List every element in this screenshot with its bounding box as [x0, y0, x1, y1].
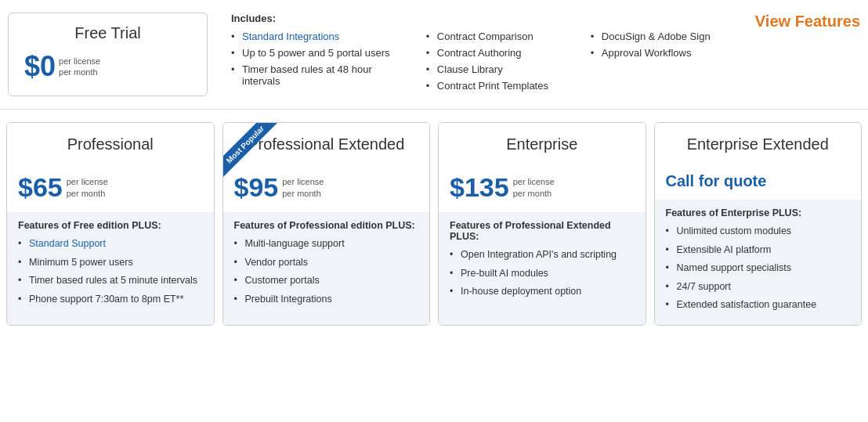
list-item: In-house deployment option	[450, 285, 635, 299]
includes-list-1: Standard Integrations Up to 5 power and …	[231, 31, 403, 87]
plan-card-enterprise-extended: Enterprise Extended Call for quote Featu…	[654, 122, 863, 326]
plan-card-professional-extended: Most Popular Professional Extended $95 p…	[222, 122, 431, 326]
includes-col-1: Standard Integrations Up to 5 power and …	[231, 31, 403, 96]
plan-features-title-enterprise-extended: Features of Enterprise PLUS:	[666, 207, 851, 218]
plan-header-enterprise-extended: Enterprise Extended	[655, 123, 862, 164]
plan-features-list-professional-extended: Multi-language support Vendor portals Cu…	[234, 237, 419, 306]
list-item: Unlimited custom modules	[666, 225, 851, 239]
list-item: Extensible AI platform	[666, 243, 851, 258]
plan-features-enterprise: Features of Professional Extended PLUS: …	[439, 212, 646, 325]
free-trial-title: Free Trial	[24, 24, 191, 42]
includes-label: Includes:	[231, 13, 732, 24]
standard-integrations-link[interactable]: Standard Integrations	[242, 31, 339, 42]
plan-price-number-enterprise: $135	[450, 172, 509, 203]
list-item: Pre-built AI modules	[450, 267, 635, 281]
list-item: 24/7 support	[666, 280, 851, 294]
free-trial-price: $0	[24, 50, 56, 83]
list-item: Multi-language support	[234, 237, 419, 251]
plan-price-text-professional: per licenseper month	[67, 176, 108, 199]
list-item: Contract Print Templates	[426, 80, 567, 92]
plan-features-title-professional: Features of Free edition PLUS:	[18, 220, 203, 231]
includes-list-2: Contract Comparison Contract Authoring C…	[426, 31, 567, 92]
plan-features-list-enterprise: Open Integration API's and scripting Pre…	[450, 248, 635, 299]
standard-support-link[interactable]: Standard Support	[29, 238, 106, 249]
list-item: Open Integration API's and scripting	[450, 248, 635, 262]
includes-section: Includes: Standard Integrations Up to 5 …	[223, 13, 740, 96]
list-item: Phone support 7:30am to 8pm ET**	[18, 293, 203, 307]
list-item: Timer based rules at 48 hour intervals	[231, 63, 403, 87]
plan-price-row-professional: $65 per licenseper month	[18, 172, 203, 203]
list-item: Timer based rules at 5 minute intervals	[18, 274, 203, 288]
includes-list-3: DocuSign & Adobe Sign Approval Workflows	[591, 31, 732, 59]
plan-price-row-enterprise-extended: Call for quote	[666, 172, 851, 190]
plans-section: Professional $65 per licenseper month Fe…	[0, 110, 868, 338]
plan-features-title-enterprise: Features of Professional Extended PLUS:	[450, 220, 635, 242]
list-item: Standard Integrations	[231, 31, 403, 42]
list-item: Contract Authoring	[426, 47, 567, 59]
view-features-col: View Features	[740, 13, 860, 96]
includes-col-2: Contract Comparison Contract Authoring C…	[426, 31, 567, 96]
plan-name-enterprise: Enterprise	[450, 135, 635, 153]
plan-price-row-enterprise: $135 per licenseper month	[450, 172, 635, 203]
list-item: Standard Support	[18, 237, 203, 251]
list-item: Up to 5 power and 5 portal users	[231, 47, 403, 59]
plan-card-professional: Professional $65 per licenseper month Fe…	[6, 122, 215, 326]
list-item: Clause Library	[426, 63, 567, 75]
most-popular-ribbon: Most Popular	[223, 123, 278, 178]
list-item: Extended satisfaction guarantee	[666, 298, 851, 312]
plan-features-professional: Features of Free edition PLUS: Standard …	[7, 212, 214, 325]
list-item: Customer portals	[234, 274, 419, 288]
plan-features-list-professional: Standard Support Minimum 5 power users T…	[18, 237, 203, 306]
includes-col-3: DocuSign & Adobe Sign Approval Workflows	[591, 31, 732, 96]
list-item: DocuSign & Adobe Sign	[591, 31, 732, 42]
plan-price-number-professional: $65	[18, 172, 63, 203]
plan-header-enterprise: Enterprise	[439, 123, 646, 164]
plan-features-title-professional-extended: Features of Professional edition PLUS:	[234, 220, 419, 231]
list-item: Minimum 5 power users	[18, 256, 203, 270]
plan-card-enterprise: Enterprise $135 per licenseper month Fea…	[438, 122, 646, 326]
free-trial-price-row: $0 per licenseper month	[24, 50, 191, 83]
plan-price-professional: $65 per licenseper month	[7, 164, 214, 212]
plan-features-professional-extended: Features of Professional edition PLUS: M…	[223, 212, 430, 325]
list-item: Approval Workflows	[591, 47, 732, 59]
free-trial-price-label: per licenseper month	[59, 56, 100, 78]
ribbon-wrapper: Most Popular	[223, 123, 294, 193]
list-item: Vendor portals	[234, 256, 419, 270]
plan-price-enterprise-extended: Call for quote	[655, 164, 862, 200]
plan-features-enterprise-extended: Features of Enterprise PLUS: Unlimited c…	[655, 200, 862, 325]
free-trial-box: Free Trial $0 per licenseper month	[8, 13, 208, 96]
plan-price-enterprise: $135 per licenseper month	[439, 164, 646, 212]
top-section: Free Trial $0 per licenseper month Inclu…	[0, 0, 868, 110]
includes-cols: Standard Integrations Up to 5 power and …	[231, 31, 732, 96]
list-item: Prebuilt Integrations	[234, 293, 419, 307]
list-item: Named support specialists	[666, 261, 851, 276]
plan-price-text-enterprise: per licenseper month	[513, 176, 555, 199]
view-features-link[interactable]: View Features	[755, 13, 860, 31]
plan-name-enterprise-extended: Enterprise Extended	[666, 135, 851, 153]
call-for-quote: Call for quote	[666, 172, 767, 190]
list-item: Contract Comparison	[426, 31, 567, 42]
plan-features-list-enterprise-extended: Unlimited custom modules Extensible AI p…	[666, 225, 851, 312]
plan-name-professional: Professional	[18, 135, 203, 153]
plan-header-professional: Professional	[7, 123, 214, 164]
